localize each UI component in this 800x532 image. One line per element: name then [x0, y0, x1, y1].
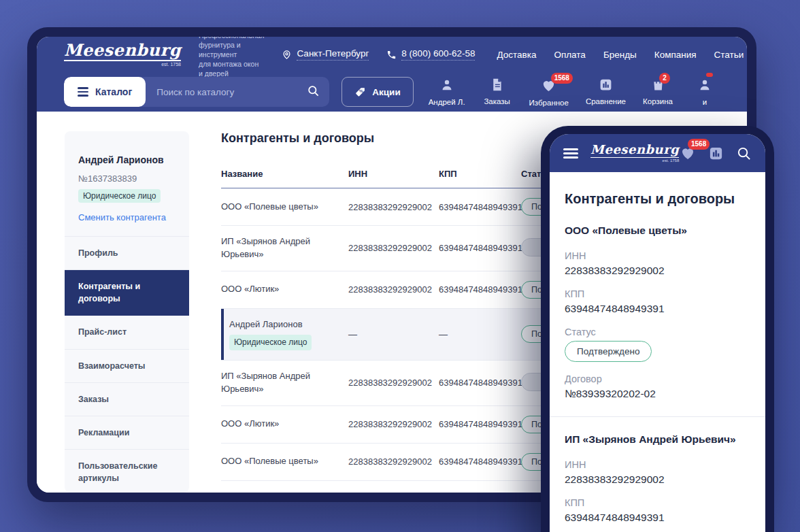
field-value: 63948474848949391: [565, 303, 750, 315]
sidebar-user-name: Андрей Ларионов: [78, 154, 176, 165]
status-badge: Подтверждено: [565, 341, 652, 362]
location-pin-icon: [282, 50, 292, 60]
account-item-label: Заказы: [484, 97, 510, 105]
mobile-page-title: Контрагенты и договоры: [565, 191, 750, 207]
top-nav: ДоставкаОплатаБрендыКомпанияСтатьиа: [497, 50, 747, 60]
field-label: Договор: [565, 373, 750, 384]
cell-name: ИП «Зырянов Андрей Юрьевич»: [221, 370, 348, 396]
cell-kpp: 63948474848949391: [439, 456, 521, 467]
mobile-compare-button[interactable]: [708, 146, 724, 161]
mobile-header: Meesenburg est. 1758 1568: [550, 134, 765, 172]
mobile-field: ИНН22838383292929002: [565, 250, 750, 277]
header-user-item[interactable]: Андрей Л.: [429, 78, 465, 107]
mobile-brand-logo[interactable]: Meesenburg est. 1758: [590, 144, 679, 163]
mobile-field: ИНН22838383292929002: [565, 459, 750, 486]
count-badge: 1568: [551, 73, 573, 84]
mobile-contract-field: Договор№83939320202-02: [565, 373, 750, 400]
cell-kpp: 63948474848949391: [439, 419, 521, 429]
table-column-header: ИНН: [348, 169, 439, 179]
promo-button[interactable]: % Акции: [341, 77, 413, 107]
mobile-search-button[interactable]: [736, 146, 752, 161]
sidebar-item[interactable]: Пользовательские артикулы: [65, 450, 189, 493]
brand-tagline: Профессиональная фурнитура и инструмент …: [199, 37, 264, 78]
cell-inn: 22838383292929002: [348, 456, 439, 467]
user-icon: [439, 78, 454, 95]
mobile-card-list: ООО «Полевые цветы»ИНН22838383292929002К…: [565, 225, 750, 524]
search-bar: Каталог: [64, 77, 329, 107]
mobile-favorites-badge: 1568: [688, 139, 710, 150]
top-nav-item-5[interactable]: Статьи: [714, 50, 744, 60]
header-heart-item[interactable]: 1568Избранное: [529, 78, 569, 107]
search-submit-button[interactable]: [297, 84, 329, 99]
phone-link[interactable]: 8 (800) 600-62-58: [386, 48, 475, 61]
account-icons: Андрей Л.Заказы1568ИзбранноеСравнение2Ко…: [429, 78, 720, 107]
phone-icon: [386, 50, 397, 60]
field-label: Статус: [565, 327, 750, 337]
mobile-status-field: СтатусПодтверждено: [565, 327, 750, 362]
brand-logo[interactable]: Meesenburg est. 1758: [64, 42, 181, 67]
account-item-label: Корзина: [643, 97, 673, 105]
cell-kpp: 63948474848949391: [439, 243, 521, 253]
brand-logo-text: Meesenburg: [64, 42, 181, 61]
counterparty-name: ИП «Зырянов Андрей Юрьевич»: [221, 235, 332, 261]
account-item-label: Избранное: [529, 99, 569, 107]
site-header: Meesenburg est. 1758 Профессиональная фу…: [37, 37, 747, 112]
catalog-button[interactable]: Каталог: [64, 77, 146, 107]
sidebar-item[interactable]: Заказы: [65, 383, 189, 416]
header-user-item[interactable]: и: [690, 78, 720, 107]
sidebar-item[interactable]: Контрагенты и договоры: [65, 270, 189, 316]
change-counterparty-link[interactable]: Сменить контрагента: [78, 212, 166, 222]
promo-tag-icon: %: [354, 86, 366, 98]
header-document-item[interactable]: Заказы: [482, 78, 512, 107]
header-chart-item[interactable]: Сравнение: [586, 78, 626, 107]
counterparty-name: ООО «Полевые цветы»: [221, 455, 332, 468]
account-sidebar: Андрей Ларионов №1637383839 Юридическое …: [65, 131, 189, 493]
cell-name: ООО «Лютик»: [221, 418, 348, 431]
sidebar-item[interactable]: Рекламации: [65, 416, 189, 450]
city-selector[interactable]: Санкт-Петербург: [282, 48, 369, 61]
table-column-header: Название: [221, 169, 348, 179]
mobile-counterparty-card: ООО «Полевые цветы»ИНН22838383292929002К…: [565, 225, 750, 400]
field-value: №83939320202-02: [565, 388, 750, 400]
top-nav-item-2[interactable]: Оплата: [554, 50, 585, 60]
counterparty-name: ИП «Зырянов Андрей Юрьевич»: [221, 370, 332, 396]
top-nav-item-4[interactable]: Компания: [654, 50, 697, 60]
cell-inn: 22838383292929002: [348, 378, 439, 388]
cell-inn: 22838383292929002: [348, 202, 439, 212]
sidebar-item[interactable]: Прайс-лист: [65, 316, 189, 349]
counterparty-name: ООО «Полевые цветы»: [221, 201, 332, 214]
header-bag-item[interactable]: 2Корзина: [643, 78, 673, 107]
counterparty-name: ООО «Лютик»: [221, 418, 332, 431]
field-value: 22838383292929002: [565, 473, 750, 486]
field-label: ИНН: [565, 250, 750, 261]
bar-chart-icon: [599, 78, 613, 95]
cell-name: ООО «Полевые цветы»: [221, 201, 348, 214]
brand-tagline-line1: Профессиональная фурнитура и инструмент: [199, 37, 264, 59]
counterparty-name: ООО «Лютик»: [221, 283, 332, 296]
cell-kpp: 63948474848949391: [439, 284, 521, 295]
sidebar-user-type-badge: Юридическое лицо: [78, 189, 161, 203]
cell-kpp: —: [439, 329, 521, 339]
brand-tagline-line2: для монтажа окон и дверей: [199, 59, 264, 78]
top-nav-item-1[interactable]: Доставка: [497, 50, 536, 60]
cell-inn: 22838383292929002: [348, 419, 439, 429]
field-label: КПП: [565, 288, 750, 299]
cell-name: Андрей ЛарионовЮридическое лицо: [229, 318, 348, 350]
promo-button-label: Акции: [372, 87, 400, 97]
mobile-favorites-button[interactable]: 1568: [680, 145, 696, 161]
cell-inn: 22838383292929002: [348, 243, 439, 253]
user-icon: [697, 78, 712, 95]
cell-kpp: 63948474848949391: [439, 378, 521, 388]
city-label: Санкт-Петербург: [297, 48, 369, 61]
search-input[interactable]: [146, 87, 297, 97]
top-nav-item-3[interactable]: Бренды: [603, 50, 637, 60]
cell-kpp: 63948474848949391: [439, 202, 521, 212]
counterparty-name: ИП «Зырянов Андрей Юрьевич»: [221, 491, 332, 493]
bar-chart-icon: [708, 146, 724, 161]
sidebar-item[interactable]: Взаиморасчеты: [65, 350, 189, 383]
sidebar-item[interactable]: Профиль: [65, 237, 189, 270]
mobile-menu-icon[interactable]: [563, 148, 578, 159]
mobile-content: Контрагенты и договоры ООО «Полевые цвет…: [550, 172, 765, 532]
sidebar-menu: ПрофильКонтрагенты и договорыПрайс-листВ…: [65, 236, 189, 493]
mobile-brand-logo-text: Meesenburg: [590, 144, 679, 158]
